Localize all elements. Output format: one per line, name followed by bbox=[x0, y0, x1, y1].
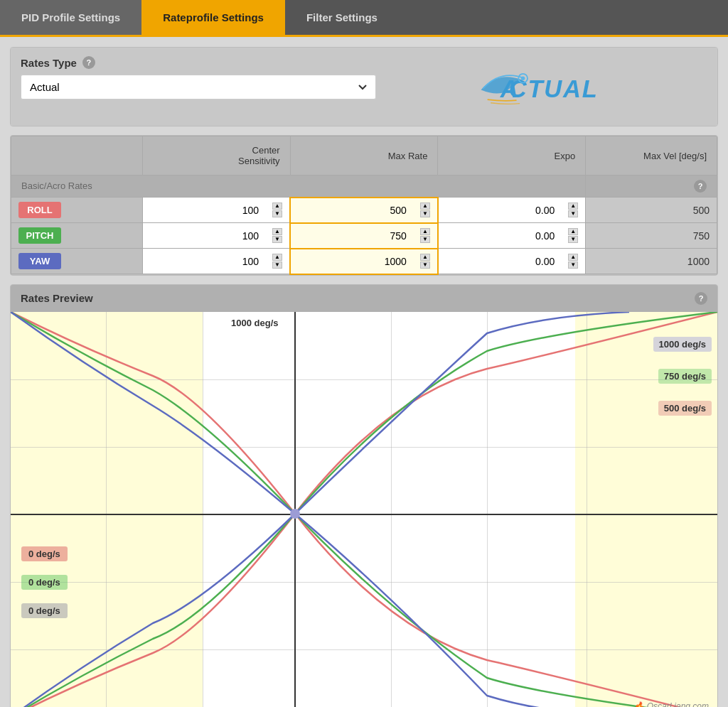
current-val-yaw: 0 deg/s bbox=[21, 603, 68, 618]
tab-rateprofile[interactable]: Rateprofile Settings bbox=[141, 0, 285, 35]
axis-label-roll: ROLL bbox=[18, 202, 61, 218]
rates-table: CenterSensitivity Max Rate Expo Max Vel … bbox=[11, 136, 717, 275]
preview-chart[interactable]: 1000 deg/s 1000 deg/s 750 deg/s 500 deg/… bbox=[11, 312, 717, 708]
axis-label-cell-roll: ROLL bbox=[11, 198, 143, 223]
center-sens-down-pitch[interactable]: ▼ bbox=[272, 236, 282, 243]
expo-up-pitch[interactable]: ▲ bbox=[568, 228, 578, 235]
expo-cell-yaw: ▲ ▼ bbox=[438, 249, 586, 274]
table-row-pitch: PITCH ▲ ▼ bbox=[11, 223, 717, 249]
table-row-yaw: YAW ▲ ▼ bbox=[11, 249, 717, 274]
center-sens-spinner-pitch: ▲ ▼ bbox=[272, 228, 282, 243]
section-label: Basic/Acro Rates bbox=[11, 176, 586, 198]
expo-up-roll[interactable]: ▲ bbox=[568, 203, 578, 210]
col-header-expo: Expo bbox=[438, 136, 586, 176]
center-dot[interactable] bbox=[290, 509, 300, 519]
rates-type-left: Rates Type ? Actual Betaflight KISS Quic… bbox=[21, 56, 376, 99]
oscar-logo: 🔥 OscarLiang.com bbox=[633, 701, 709, 708]
rates-type-select[interactable]: Actual Betaflight KISS Quick Rates Racef… bbox=[21, 75, 376, 99]
max-rate-down-pitch[interactable]: ▼ bbox=[420, 236, 430, 243]
max-rate-up-roll[interactable]: ▲ bbox=[420, 203, 430, 210]
rates-type-help-icon[interactable]: ? bbox=[82, 56, 95, 69]
col-header-axis bbox=[11, 136, 143, 176]
axis-label-cell-yaw: YAW bbox=[11, 249, 143, 274]
center-sens-spinner-roll: ▲ ▼ bbox=[272, 203, 282, 217]
main-content: Rates Type ? Actual Betaflight KISS Quic… bbox=[0, 37, 728, 707]
max-rate-spinner-pitch: ▲ ▼ bbox=[420, 228, 430, 243]
chart-curves-svg bbox=[11, 312, 717, 708]
col-header-maxrate: Max Rate bbox=[290, 136, 438, 176]
rates-table-panel: CenterSensitivity Max Rate Expo Max Vel … bbox=[10, 135, 718, 276]
expo-down-pitch[interactable]: ▼ bbox=[568, 236, 578, 243]
svg-text:A: A bbox=[500, 75, 518, 102]
expo-up-yaw[interactable]: ▲ bbox=[568, 254, 578, 261]
rates-preview-panel: Rates Preview ? bbox=[10, 284, 718, 708]
center-sens-down-yaw[interactable]: ▼ bbox=[272, 261, 282, 269]
expo-input-roll[interactable] bbox=[523, 205, 565, 216]
max-vel-cell-roll: 500 bbox=[586, 198, 717, 223]
max-rate-spinner-roll: ▲ ▼ bbox=[420, 203, 430, 217]
center-sens-input-pitch[interactable] bbox=[227, 230, 269, 242]
tab-pid-profile[interactable]: PID Profile Settings bbox=[0, 0, 141, 35]
col-header-maxvel: Max Vel [deg/s] bbox=[586, 136, 717, 176]
preview-help-icon[interactable]: ? bbox=[695, 292, 707, 305]
max-rate-cell-roll: ▲ ▼ bbox=[290, 198, 438, 223]
table-row-roll: ROLL ▲ ▼ bbox=[11, 198, 717, 223]
table-header-row: CenterSensitivity Max Rate Expo Max Vel … bbox=[11, 136, 717, 176]
chart-top-label: 1000 deg/s bbox=[231, 318, 279, 328]
expo-spinner-yaw: ▲ ▼ bbox=[568, 254, 578, 269]
tab-filter-settings[interactable]: Filter Settings bbox=[285, 0, 399, 35]
axis-label-pitch: PITCH bbox=[18, 227, 61, 244]
max-rate-input-roll[interactable] bbox=[375, 205, 417, 216]
max-rate-up-pitch[interactable]: ▲ bbox=[420, 228, 430, 235]
max-rate-spinner-yaw: ▲ ▼ bbox=[420, 254, 430, 269]
basic-acro-help-icon[interactable]: ? bbox=[694, 180, 707, 193]
basic-acro-rates-header: Basic/Acro Rates ? bbox=[11, 176, 717, 198]
rates-type-label: Rates Type ? bbox=[21, 56, 376, 69]
actual-logo-area: CTUAL A bbox=[390, 56, 707, 117]
center-sens-input-yaw[interactable] bbox=[227, 256, 269, 267]
expo-input-yaw[interactable] bbox=[523, 256, 565, 267]
rates-type-text: Rates Type bbox=[21, 57, 77, 69]
center-sens-up-pitch[interactable]: ▲ bbox=[272, 228, 282, 235]
max-vel-cell-pitch: 750 bbox=[586, 223, 717, 249]
max-rate-input-yaw[interactable] bbox=[375, 256, 417, 267]
center-sens-input-roll[interactable] bbox=[227, 205, 269, 216]
center-sens-cell-pitch: ▲ ▼ bbox=[142, 223, 290, 249]
max-rate-down-roll[interactable]: ▼ bbox=[420, 210, 430, 217]
current-val-pitch: 0 deg/s bbox=[21, 575, 68, 590]
max-rate-cell-yaw: ▲ ▼ bbox=[290, 249, 438, 274]
svg-point-3 bbox=[521, 76, 525, 80]
expo-down-yaw[interactable]: ▼ bbox=[568, 261, 578, 269]
center-sens-spinner-yaw: ▲ ▼ bbox=[272, 254, 282, 269]
expo-cell-roll: ▲ ▼ bbox=[438, 198, 586, 223]
rate-label-pitch: 750 deg/s bbox=[658, 369, 712, 384]
center-sens-cell-yaw: ▲ ▼ bbox=[142, 249, 290, 274]
max-rate-input-pitch[interactable] bbox=[375, 230, 417, 242]
current-val-roll: 0 deg/s bbox=[21, 546, 68, 561]
tab-bar: PID Profile Settings Rateprofile Setting… bbox=[0, 0, 728, 37]
max-rate-up-yaw[interactable]: ▲ bbox=[420, 254, 430, 261]
expo-spinner-pitch: ▲ ▼ bbox=[568, 228, 578, 243]
expo-down-roll[interactable]: ▼ bbox=[568, 210, 578, 217]
expo-cell-pitch: ▲ ▼ bbox=[438, 223, 586, 249]
max-vel-cell-yaw: 1000 bbox=[586, 249, 717, 274]
center-sens-up-yaw[interactable]: ▲ bbox=[272, 254, 282, 261]
rate-label-roll: 500 deg/s bbox=[658, 401, 712, 416]
col-header-center: CenterSensitivity bbox=[142, 136, 290, 176]
max-rate-down-yaw[interactable]: ▼ bbox=[420, 261, 430, 269]
axis-label-cell-pitch: PITCH bbox=[11, 223, 143, 249]
expo-input-pitch[interactable] bbox=[523, 230, 565, 242]
actual-logo-svg: CTUAL A bbox=[478, 62, 620, 112]
axis-label-yaw: YAW bbox=[18, 253, 61, 269]
section-help: ? bbox=[586, 176, 717, 198]
max-rate-cell-pitch: ▲ ▼ bbox=[290, 223, 438, 249]
center-sens-down-roll[interactable]: ▼ bbox=[272, 210, 282, 217]
preview-header: Rates Preview ? bbox=[11, 285, 717, 312]
expo-spinner-roll: ▲ ▼ bbox=[568, 203, 578, 217]
rate-label-yaw: 1000 deg/s bbox=[653, 337, 712, 352]
rates-type-panel: Rates Type ? Actual Betaflight KISS Quic… bbox=[10, 47, 718, 126]
center-sens-cell-roll: ▲ ▼ bbox=[142, 198, 290, 223]
rates-type-section: Rates Type ? Actual Betaflight KISS Quic… bbox=[11, 48, 717, 126]
center-sens-up-roll[interactable]: ▲ bbox=[272, 203, 282, 210]
preview-title: Rates Preview bbox=[21, 292, 93, 304]
